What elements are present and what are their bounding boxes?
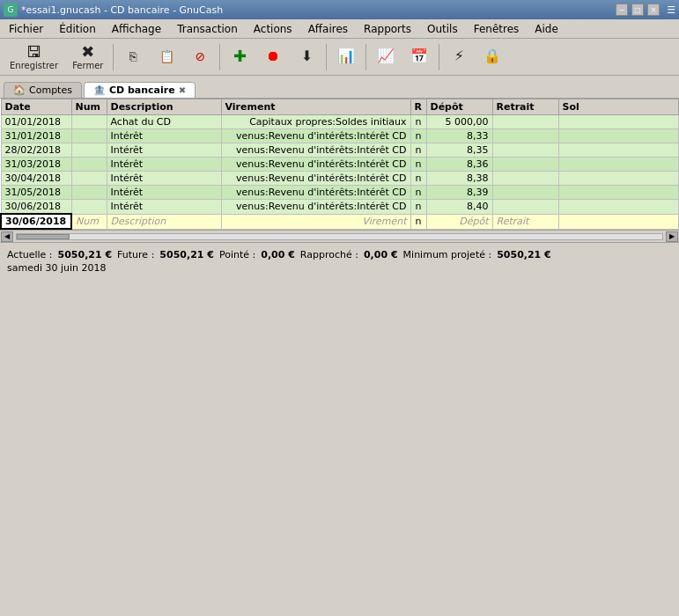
header-r[interactable]: R (410, 99, 426, 115)
menu-transaction[interactable]: Transaction (170, 21, 245, 37)
cell-description: Intérêt (107, 186, 221, 200)
window-title: *essai1.gnucash - CD bancaire - GnuCash (21, 4, 223, 16)
table-row[interactable]: 01/01/2018 Achat du CD Capitaux propres:… (1, 115, 679, 129)
toolbar: 🖫 Enregistrer ✖ Fermer ⎘ 📋 ⊘ ✚ ⏺ ⬇ 📊 📈 (0, 39, 679, 76)
menu-bar: Fichier Édition Affichage Transaction Ac… (0, 19, 679, 39)
header-sol[interactable]: Sol (558, 99, 679, 115)
scroll-thumb[interactable] (17, 234, 70, 239)
reconcile-icon: 📈 (377, 49, 395, 63)
cell-virement: venus:Revenu d'intérêts:Intérêt CD (221, 172, 410, 186)
menu-icon[interactable]: ☰ (667, 4, 675, 16)
transfer-button[interactable]: ⬇ (291, 47, 322, 67)
actuelle-value: 5050,21 € (58, 249, 113, 260)
maximize-button[interactable]: □ (631, 4, 644, 16)
cell-r: n (410, 143, 426, 158)
repartition-icon: 📊 (337, 49, 355, 63)
add-transaction-button[interactable]: ✚ (224, 46, 255, 68)
cell-date: 01/01/2018 (1, 115, 71, 129)
menu-outils[interactable]: Outils (420, 21, 465, 37)
cell-sol (558, 172, 679, 186)
cell-retrait (492, 143, 558, 158)
lock-icon: 🔒 (483, 49, 501, 63)
menu-rapports[interactable]: Rapports (357, 21, 418, 37)
cell-description: Intérêt (107, 129, 221, 143)
lock-button[interactable]: 🔒 (476, 47, 508, 67)
record-button[interactable]: ⏺ (257, 47, 289, 67)
table-row[interactable]: 30/06/2018 Intérêt venus:Revenu d'intérê… (1, 200, 679, 215)
balance-button[interactable]: 📅 (403, 47, 435, 67)
table-row[interactable]: 30/04/2018 Intérêt venus:Revenu d'intérê… (1, 172, 679, 186)
minimum-label: Minimum projeté : (403, 249, 492, 260)
header-date[interactable]: Date (1, 99, 71, 115)
save-button[interactable]: 🖫 Enregistrer (4, 41, 64, 73)
app-icon: G (4, 3, 18, 17)
toolbar-separator-4 (365, 44, 366, 70)
menu-fenetres[interactable]: Fenêtres (467, 21, 527, 37)
future-value: 5050,21 € (159, 249, 214, 260)
menu-affaires[interactable]: Affaires (301, 21, 355, 37)
cell-r: n (410, 129, 426, 143)
jump-icon: ⚡ (454, 49, 464, 63)
cell-date: 28/02/2018 (1, 143, 71, 158)
cell-virement: venus:Revenu d'intérêts:Intérêt CD (221, 200, 410, 215)
jump-button[interactable]: ⚡ (443, 47, 475, 67)
header-depot[interactable]: Dépôt (426, 99, 492, 115)
repartition-button[interactable]: 📊 (330, 47, 362, 67)
close-button[interactable]: × (647, 4, 660, 16)
tab-cd-bancaire[interactable]: 🏦 CD bancaire ✖ (84, 82, 196, 98)
header-retrait[interactable]: Retrait (492, 99, 558, 115)
edit-depot[interactable]: Dépôt (426, 214, 492, 229)
header-description[interactable]: Description (107, 99, 221, 115)
cell-num (71, 115, 107, 129)
table-row[interactable]: 31/05/2018 Intérêt venus:Revenu d'intérê… (1, 186, 679, 200)
cell-depot: 8,40 (426, 200, 492, 215)
edit-retrait[interactable]: Retrait (492, 214, 558, 229)
table-row[interactable]: 31/03/2018 Intérêt venus:Revenu d'intérê… (1, 158, 679, 172)
delete-icon: ⊘ (196, 50, 206, 62)
transaction-table-container: Date Num Description Virement R Dépôt Re… (0, 99, 679, 230)
cell-sol (558, 129, 679, 143)
cell-r: n (410, 158, 426, 172)
delete-button[interactable]: ⊘ (184, 48, 216, 66)
minimum-value: 5050,21 € (497, 249, 551, 260)
cell-sol (558, 143, 679, 158)
header-virement[interactable]: Virement (221, 99, 410, 115)
tab-comptes-label: Comptes (29, 84, 72, 96)
header-num[interactable]: Num (71, 99, 107, 115)
edit-virement[interactable]: Virement (221, 214, 410, 229)
paste-button[interactable]: 📋 (151, 48, 182, 66)
cell-sol (558, 186, 679, 200)
title-bar: G *essai1.gnucash - CD bancaire - GnuCas… (0, 0, 679, 19)
cell-r: n (410, 115, 426, 129)
actuelle-label: Actuelle : (7, 249, 53, 260)
menu-aide[interactable]: Aide (528, 21, 565, 37)
cell-num (71, 143, 107, 158)
menu-affichage[interactable]: Affichage (105, 21, 168, 37)
cell-description: Intérêt (107, 143, 221, 158)
table-row[interactable]: 28/02/2018 Intérêt venus:Revenu d'intérê… (1, 143, 679, 158)
copy-button[interactable]: ⎘ (117, 48, 149, 66)
cell-date: 31/05/2018 (1, 186, 71, 200)
cell-date: 31/01/2018 (1, 129, 71, 143)
minimize-button[interactable]: − (616, 4, 628, 16)
close-tab-button[interactable]: ✖ Fermer (66, 41, 109, 73)
edit-date[interactable]: 30/06/2018 (1, 214, 71, 229)
menu-fichier[interactable]: Fichier (2, 21, 50, 37)
tab-comptes[interactable]: 🏠 Comptes (4, 82, 82, 98)
scroll-right-button[interactable]: ▶ (666, 231, 678, 242)
cell-virement: venus:Revenu d'intérêts:Intérêt CD (221, 158, 410, 172)
horizontal-scrollbar[interactable]: ◀ ▶ (0, 230, 679, 242)
edit-row[interactable]: 30/06/2018 Num Description Virement n Dé… (1, 214, 679, 229)
edit-description[interactable]: Description (107, 214, 221, 229)
scroll-track[interactable] (16, 233, 663, 240)
reconcile-button[interactable]: 📈 (370, 47, 402, 67)
table-row[interactable]: 31/01/2018 Intérêt venus:Revenu d'intérê… (1, 129, 679, 143)
cell-virement: venus:Revenu d'intérêts:Intérêt CD (221, 186, 410, 200)
cell-depot: 5 000,00 (426, 115, 492, 129)
tab-close-button[interactable]: ✖ (179, 85, 186, 95)
edit-num[interactable]: Num (71, 214, 107, 229)
menu-actions[interactable]: Actions (247, 21, 299, 37)
scroll-left-button[interactable]: ◀ (1, 231, 13, 242)
tab-cd-bancaire-label: CD bancaire (109, 84, 175, 96)
menu-edition[interactable]: Édition (52, 21, 103, 37)
